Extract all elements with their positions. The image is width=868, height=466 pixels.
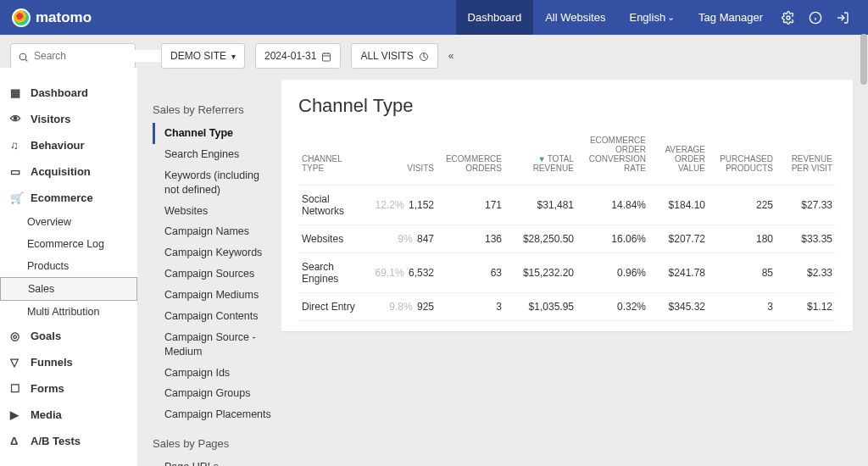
- sidebar-sub-products[interactable]: Products: [0, 255, 137, 277]
- s2-item[interactable]: Campaign Names: [153, 221, 276, 242]
- settings-icon[interactable]: [775, 10, 802, 25]
- s2-item[interactable]: Campaign Groups: [153, 383, 276, 404]
- brand-name: matomo: [36, 9, 92, 26]
- s2-item[interactable]: Page URLs: [153, 457, 276, 466]
- search-box[interactable]: [10, 43, 136, 69]
- cell-rpv: $27.33: [776, 186, 836, 225]
- cell-revenue: $31,481: [505, 186, 577, 225]
- cell-rpv: $2.33: [776, 253, 836, 293]
- cell-rpv: $33.35: [776, 225, 836, 253]
- col-orders[interactable]: ECOMMERCE ORDERS: [437, 130, 505, 186]
- funnel-icon: ▽: [10, 356, 22, 369]
- cell-visits: 69.1% 6,532: [370, 253, 437, 293]
- table-row[interactable]: Direct Entry9.8% 9253$1,035.950.32%$345.…: [298, 293, 836, 321]
- cell-name: Websites: [298, 225, 370, 253]
- cell-conv-rate: 16.06%: [577, 225, 649, 253]
- sort-asc-icon: ▼: [538, 155, 546, 164]
- s2-item[interactable]: Campaign Sources: [153, 264, 276, 285]
- svg-line-6: [25, 59, 27, 61]
- cell-aov: $241.78: [649, 253, 709, 293]
- sidebar-item-forms[interactable]: ☐Forms: [0, 375, 137, 402]
- cell-orders: 171: [437, 186, 505, 225]
- topnav-dashboard[interactable]: Dashboard: [456, 0, 534, 35]
- s2-item[interactable]: Channel Type: [153, 123, 276, 144]
- segment-icon: [419, 50, 429, 62]
- s2-item[interactable]: Campaign Ids: [153, 363, 276, 384]
- col-conv-rate[interactable]: ECOMMERCE ORDER CONVERSION RATE: [577, 130, 649, 186]
- s2-group-referrers: Sales by Referrers: [153, 103, 276, 116]
- s2-item[interactable]: Search Engines: [153, 144, 276, 165]
- cell-purchased: 3: [709, 293, 776, 321]
- cell-purchased: 225: [709, 186, 776, 225]
- cell-visits: 9.8% 925: [370, 293, 437, 321]
- s2-item[interactable]: Campaign Mediums: [153, 285, 276, 306]
- sidebar-sub-ecommerce-log[interactable]: Ecommerce Log: [0, 233, 137, 255]
- sidebar-sub-overview[interactable]: Overview: [0, 211, 137, 233]
- topnav-all-websites[interactable]: All Websites: [533, 0, 617, 35]
- cell-orders: 63: [437, 253, 505, 293]
- topnav-tag-manager[interactable]: Tag Manager: [687, 0, 775, 35]
- sidebar-item-ecommerce[interactable]: 🛒Ecommerce: [0, 185, 137, 211]
- info-icon[interactable]: [802, 10, 829, 25]
- dashboard-icon: ▦: [10, 86, 22, 99]
- sidebar-item-dashboard[interactable]: ▦Dashboard: [0, 80, 137, 106]
- cell-orders: 3: [437, 293, 505, 321]
- acquisition-icon: ▭: [10, 165, 22, 178]
- cell-visits: 9% 847: [370, 225, 437, 253]
- sidebar-item-funnels[interactable]: ▽Funnels: [0, 349, 137, 375]
- primary-sidebar: ▦Dashboard 👁Visitors ♫Behaviour ▭Acquisi…: [0, 68, 137, 466]
- secondary-sidebar: Sales by Referrers Channel TypeSearch En…: [137, 68, 281, 466]
- col-purchased[interactable]: PURCHASED PRODUCTS: [709, 130, 776, 186]
- sidebar-item-media[interactable]: ▶Media: [0, 402, 137, 428]
- sidebar-item-acquisition[interactable]: ▭Acquisition: [0, 158, 137, 185]
- sidebar-item-goals[interactable]: ◎Goals: [0, 323, 137, 349]
- abtests-icon: Δ: [10, 435, 22, 447]
- s2-item[interactable]: Keywords (including not defined): [153, 165, 276, 201]
- table-row[interactable]: Websites9% 847136$28,250.5016.06%$207.72…: [298, 225, 836, 253]
- collapse-icon[interactable]: «: [448, 50, 454, 62]
- sidebar-sub-multi-attribution[interactable]: Multi Attribution: [0, 301, 137, 323]
- main-content: Channel Type CHANNEL TYPE VISITS ECOMMER…: [281, 68, 868, 466]
- signout-icon[interactable]: [829, 10, 856, 25]
- svg-rect-7: [323, 53, 331, 61]
- col-rpv[interactable]: REVENUE PER VISIT: [776, 130, 836, 186]
- sidebar-item-abtests[interactable]: ΔA/B Tests: [0, 428, 137, 454]
- date-selector[interactable]: 2024-01-31: [255, 43, 341, 69]
- col-revenue[interactable]: ▼TOTAL REVENUE: [505, 130, 577, 186]
- brand-logo[interactable]: matomo: [12, 8, 92, 27]
- sidebar-item-behaviour[interactable]: ♫Behaviour: [0, 132, 137, 158]
- visitors-icon: 👁: [10, 113, 22, 125]
- site-selector[interactable]: DEMO SITE ▾: [161, 43, 245, 69]
- report-card: Channel Type CHANNEL TYPE VISITS ECOMMER…: [281, 80, 853, 331]
- page-scrollbar[interactable]: [860, 0, 867, 466]
- report-title: Channel Type: [298, 95, 836, 117]
- svg-point-0: [787, 16, 790, 19]
- s2-item[interactable]: Campaign Keywords: [153, 242, 276, 264]
- col-visits[interactable]: VISITS: [370, 130, 437, 186]
- search-input[interactable]: [34, 50, 161, 62]
- behaviour-icon: ♫: [10, 139, 22, 152]
- chevron-down-icon: ▾: [231, 52, 236, 61]
- sidebar-item-visitors[interactable]: 👁Visitors: [0, 106, 137, 132]
- forms-icon: ☐: [10, 382, 22, 395]
- topnav-language[interactable]: English ⌄: [617, 0, 687, 35]
- cell-purchased: 85: [709, 253, 776, 293]
- col-aov[interactable]: AVERAGE ORDER VALUE: [649, 130, 709, 186]
- cell-purchased: 180: [709, 225, 776, 253]
- cart-icon: 🛒: [10, 191, 22, 204]
- table-row[interactable]: Search Engines69.1% 6,53263$15,232.200.9…: [298, 253, 836, 293]
- media-icon: ▶: [10, 408, 22, 421]
- s2-item[interactable]: Campaign Source - Medium: [153, 327, 276, 363]
- cell-revenue: $1,035.95: [505, 293, 577, 321]
- s2-item[interactable]: Campaign Placements: [153, 404, 276, 425]
- s2-item[interactable]: Campaign Contents: [153, 306, 276, 327]
- cell-aov: $184.10: [649, 186, 709, 225]
- report-table: CHANNEL TYPE VISITS ECOMMERCE ORDERS ▼TO…: [298, 130, 836, 321]
- scrollbar-thumb[interactable]: [860, 34, 867, 85]
- table-row[interactable]: Social Networks12.2% 1,152171$31,48114.8…: [298, 186, 836, 225]
- cell-name: Direct Entry: [298, 293, 370, 321]
- segment-selector[interactable]: ALL VISITS: [351, 43, 437, 69]
- sidebar-sub-sales[interactable]: Sales: [0, 277, 137, 301]
- s2-item[interactable]: Websites: [153, 201, 276, 222]
- col-channel-type[interactable]: CHANNEL TYPE: [298, 130, 370, 186]
